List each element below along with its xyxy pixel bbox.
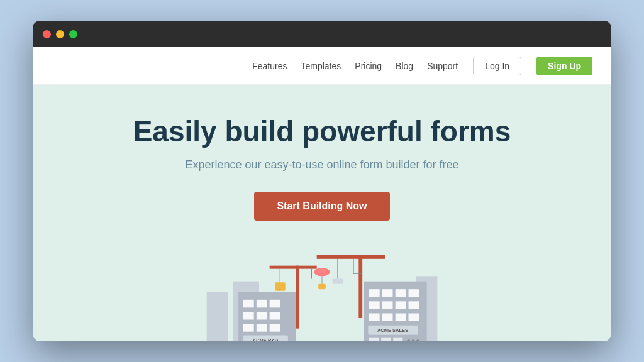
svg-rect-8 <box>257 312 267 320</box>
svg-rect-0 <box>207 292 228 341</box>
nav-support[interactable]: Support <box>427 61 458 71</box>
left-crane-arm <box>270 266 317 269</box>
svg-rect-47 <box>318 284 326 289</box>
svg-rect-30 <box>409 313 419 321</box>
hero-section: Easily build powerful forms Experience o… <box>33 85 611 341</box>
cta-button[interactable]: Start Building Now <box>254 192 389 221</box>
svg-rect-21 <box>396 289 406 297</box>
nav-templates[interactable]: Templates <box>301 61 341 71</box>
svg-rect-12 <box>270 324 280 332</box>
right-crane-arm <box>317 255 385 259</box>
left-crane-mast <box>296 266 299 329</box>
close-dot[interactable] <box>43 30 51 38</box>
svg-rect-6 <box>270 300 280 308</box>
svg-rect-35 <box>393 338 402 341</box>
browser-window: Features Templates Pricing Blog Support … <box>33 21 611 341</box>
svg-rect-9 <box>270 312 280 320</box>
svg-rect-22 <box>409 289 419 297</box>
nav-features[interactable]: Features <box>252 61 287 71</box>
svg-rect-7 <box>243 312 254 320</box>
svg-text:ACME R&D: ACME R&D <box>253 337 279 341</box>
login-button[interactable]: Log In <box>473 57 521 75</box>
svg-rect-28 <box>382 313 393 321</box>
svg-rect-34 <box>381 338 391 341</box>
svg-rect-4 <box>243 300 254 308</box>
nav-pricing[interactable]: Pricing <box>355 61 382 71</box>
svg-text:ACME SALES: ACME SALES <box>377 327 408 333</box>
svg-rect-23 <box>369 301 380 309</box>
nav-blog[interactable]: Blog <box>396 61 413 71</box>
right-crane-mast <box>358 255 362 318</box>
hero-subtitle: Experience our easy-to-use online form b… <box>185 158 458 172</box>
navbar: Features Templates Pricing Blog Support … <box>33 47 611 85</box>
crane-platform <box>333 278 343 283</box>
maximize-dot[interactable] <box>69 30 77 38</box>
hero-title: Easily build powerful forms <box>133 115 511 148</box>
browser-content: Features Templates Pricing Blog Support … <box>33 47 611 341</box>
svg-rect-5 <box>257 300 267 308</box>
svg-rect-26 <box>409 301 419 309</box>
svg-rect-27 <box>369 313 380 321</box>
svg-rect-24 <box>382 301 393 309</box>
svg-rect-29 <box>396 313 406 321</box>
hero-illustration: ACME R&D ◡ ◡ <box>33 246 611 341</box>
minimize-dot[interactable] <box>56 30 64 38</box>
building-svg: ACME R&D ◡ ◡ <box>165 246 479 341</box>
svg-rect-10 <box>243 324 254 332</box>
signup-button[interactable]: Sign Up <box>536 57 592 75</box>
svg-point-45 <box>318 268 326 273</box>
svg-rect-20 <box>382 289 393 297</box>
svg-rect-11 <box>257 324 267 332</box>
nav-links: Features Templates Pricing Blog Support <box>252 61 458 71</box>
svg-rect-33 <box>369 338 379 341</box>
browser-chrome <box>33 21 611 47</box>
svg-rect-19 <box>369 289 380 297</box>
svg-rect-25 <box>396 301 406 309</box>
